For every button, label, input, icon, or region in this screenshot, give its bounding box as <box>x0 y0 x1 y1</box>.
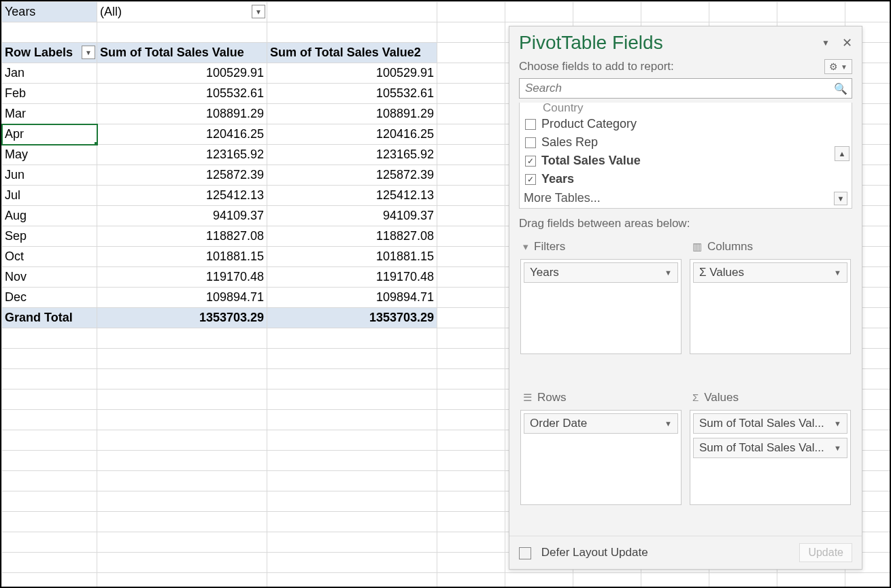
cell[interactable] <box>641 573 709 589</box>
row-label[interactable]: Feb <box>2 84 97 104</box>
row-label[interactable]: Oct <box>2 247 97 267</box>
area-values[interactable]: ΣValues Sum of Total Sales Val... ▼ Sum … <box>686 385 855 536</box>
field-checkbox[interactable] <box>525 137 536 148</box>
value-cell[interactable]: 119170.48 <box>267 267 437 288</box>
cell[interactable] <box>573 2 641 22</box>
cell[interactable] <box>505 2 573 22</box>
cell[interactable] <box>437 430 505 451</box>
area-rows[interactable]: ☰Rows Order Date ▼ <box>516 385 686 536</box>
cell[interactable] <box>97 349 267 369</box>
cell[interactable] <box>2 410 97 430</box>
fields-list[interactable]: Country Product Category Sales Rep ✓ Tot… <box>519 103 852 209</box>
row-label[interactable]: May <box>2 145 97 165</box>
value-cell[interactable]: 109894.71 <box>267 288 437 308</box>
chevron-down-icon[interactable]: ▼ <box>665 269 672 277</box>
value-cell[interactable]: 120416.25 <box>267 124 437 145</box>
cell[interactable] <box>97 491 267 512</box>
area-field-chip[interactable]: Sum of Total Sales Val... ▼ <box>693 438 847 458</box>
cell[interactable] <box>777 2 845 22</box>
report-filter-value[interactable]: (All) ▼ <box>97 2 267 22</box>
field-item[interactable]: Product Category <box>524 115 847 133</box>
cell[interactable] <box>2 491 97 512</box>
cell[interactable] <box>437 390 505 410</box>
cell[interactable] <box>437 451 505 471</box>
chevron-down-icon[interactable]: ▼ <box>834 269 841 277</box>
cell[interactable] <box>267 328 437 349</box>
defer-checkbox[interactable] <box>519 547 531 559</box>
value-cell[interactable]: 101881.15 <box>267 247 437 267</box>
value-cell[interactable]: 123165.92 <box>97 145 267 165</box>
cell[interactable] <box>267 491 437 512</box>
cell[interactable] <box>2 328 97 349</box>
cell[interactable] <box>437 328 505 349</box>
gear-icon[interactable]: ⚙ ▼ <box>824 59 852 74</box>
cell[interactable] <box>267 553 437 573</box>
cell[interactable] <box>97 430 267 451</box>
cell[interactable] <box>2 22 97 43</box>
cell[interactable] <box>267 410 437 430</box>
cell[interactable] <box>267 369 437 390</box>
value-cell[interactable]: 108891.29 <box>267 104 437 124</box>
area-filters[interactable]: ▾Filters Years ▼ <box>516 235 686 385</box>
field-search[interactable]: 🔍 <box>519 78 852 99</box>
cell[interactable] <box>437 247 505 267</box>
cell[interactable] <box>2 430 97 451</box>
field-item[interactable]: ✓ Total Sales Value <box>524 152 847 170</box>
value-cell[interactable]: 94109.37 <box>97 206 267 226</box>
value-cell[interactable]: 109894.71 <box>97 288 267 308</box>
value-cell[interactable]: 100529.91 <box>267 63 437 84</box>
cell[interactable] <box>97 369 267 390</box>
field-item[interactable]: Sales Rep <box>524 133 847 152</box>
value-cell[interactable]: 125412.13 <box>267 186 437 206</box>
chevron-down-icon[interactable]: ▼ <box>665 419 672 428</box>
field-item[interactable]: ✓ Years <box>524 170 847 188</box>
cell[interactable] <box>845 2 892 22</box>
cell[interactable] <box>2 349 97 369</box>
scroll-up-icon[interactable]: ▲ <box>835 146 850 161</box>
rowlabels-dropdown-icon[interactable]: ▼ <box>82 46 95 59</box>
cell[interactable] <box>267 349 437 369</box>
defer-layout-row[interactable]: Defer Layout Update <box>519 546 648 559</box>
cell[interactable] <box>641 2 709 22</box>
cell[interactable] <box>2 512 97 532</box>
cell[interactable] <box>437 124 505 145</box>
field-checkbox[interactable]: ✓ <box>525 156 536 167</box>
update-button[interactable]: Update <box>799 543 852 562</box>
value-cell[interactable]: 105532.61 <box>97 84 267 104</box>
cell[interactable] <box>437 145 505 165</box>
field-checkbox[interactable] <box>525 119 536 130</box>
cell[interactable] <box>437 471 505 491</box>
close-icon[interactable]: ✕ <box>842 35 852 50</box>
row-label[interactable]: Sep <box>2 226 97 247</box>
cell[interactable] <box>97 22 267 43</box>
cell[interactable] <box>437 226 505 247</box>
value-cell[interactable]: 118827.08 <box>97 226 267 247</box>
row-label[interactable]: Mar <box>2 104 97 124</box>
cell[interactable] <box>267 532 437 553</box>
cell[interactable] <box>437 369 505 390</box>
cell[interactable] <box>437 288 505 308</box>
value-cell[interactable]: 120416.25 <box>97 124 267 145</box>
cell[interactable] <box>267 2 437 22</box>
cell[interactable] <box>97 328 267 349</box>
cell[interactable] <box>437 186 505 206</box>
value-cell[interactable]: 100529.91 <box>97 63 267 84</box>
chevron-down-icon[interactable]: ▼ <box>834 444 841 452</box>
row-label[interactable]: Aug <box>2 206 97 226</box>
grand-total-value[interactable]: 1353703.29 <box>97 308 267 328</box>
cell[interactable] <box>505 573 573 589</box>
cell[interactable] <box>437 553 505 573</box>
grand-total-label[interactable]: Grand Total <box>2 308 97 328</box>
row-label[interactable]: Jul <box>2 186 97 206</box>
row-label[interactable]: Jun <box>2 165 97 186</box>
cell[interactable] <box>437 165 505 186</box>
cell[interactable] <box>97 410 267 430</box>
cell[interactable] <box>437 104 505 124</box>
row-label[interactable]: Dec <box>2 288 97 308</box>
cell[interactable] <box>437 43 505 63</box>
search-icon[interactable]: 🔍 <box>834 82 847 95</box>
area-columns[interactable]: ▥Columns Σ Values ▼ <box>686 235 855 385</box>
cell[interactable] <box>573 573 641 589</box>
cell[interactable] <box>437 22 505 43</box>
area-field-chip[interactable]: Sum of Total Sales Val... ▼ <box>693 413 847 434</box>
